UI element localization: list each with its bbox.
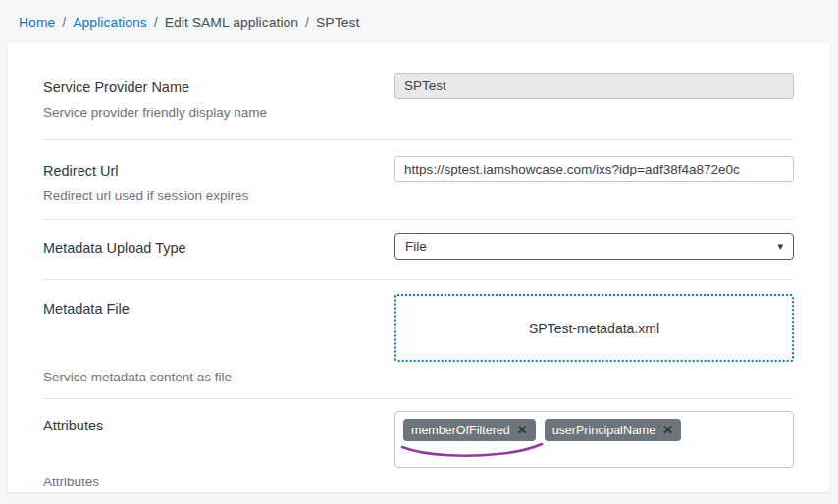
redirect-url-label: Redirect Url bbox=[43, 163, 394, 178]
service-provider-name-label: Service Provider Name bbox=[43, 79, 394, 95]
chevron-down-icon: ▾ bbox=[777, 240, 783, 253]
breadcrumb-item-edit-saml-application: Edit SAML application bbox=[165, 15, 298, 30]
redirect-url-help: Redirect url used if session expires bbox=[43, 188, 394, 203]
annotation-underline-purple bbox=[397, 442, 547, 460]
field-row-attributes: Attributes Attributes memberOfFiltered ✕… bbox=[43, 399, 794, 492]
metadata-upload-type-label: Metadata Upload Type bbox=[43, 240, 394, 256]
metadata-file-name: SPTest-metadata.xml bbox=[529, 321, 659, 336]
attributes-label: Attributes bbox=[43, 418, 394, 433]
attributes-input[interactable]: memberOfFiltered ✕ userPrincipalName ✕ bbox=[394, 411, 794, 468]
breadcrumb-separator: / bbox=[305, 15, 309, 30]
metadata-upload-type-select[interactable]: File ▾ bbox=[394, 233, 794, 260]
metadata-upload-type-value: File bbox=[405, 239, 427, 254]
edit-saml-application-form: Service Provider Name Service provider f… bbox=[8, 43, 830, 492]
service-provider-name-help: Service provider friendly display name bbox=[43, 105, 394, 120]
breadcrumb: Home / Applications / Edit SAML applicat… bbox=[0, 0, 838, 43]
attributes-help: Attributes bbox=[43, 475, 394, 489]
attribute-chip-memberoffiltered: memberOfFiltered ✕ bbox=[403, 419, 536, 441]
breadcrumb-separator: / bbox=[154, 15, 158, 30]
breadcrumb-link-home[interactable]: Home bbox=[19, 15, 55, 30]
attribute-chip-userprincipalname: userPrincipalName ✕ bbox=[545, 419, 682, 441]
service-provider-name-input[interactable] bbox=[394, 73, 794, 99]
field-row-metadata-file: Metadata File Service metadata content a… bbox=[43, 280, 794, 399]
field-row-redirect-url: Redirect Url Redirect url used if sessio… bbox=[43, 140, 794, 220]
remove-attribute-icon[interactable]: ✕ bbox=[517, 424, 528, 436]
metadata-file-help: Service metadata content as file bbox=[43, 370, 394, 384]
attribute-chip-label: userPrincipalName bbox=[552, 424, 656, 437]
breadcrumb-link-applications[interactable]: Applications bbox=[73, 15, 147, 30]
redirect-url-input[interactable] bbox=[394, 156, 794, 182]
attribute-chip-label: memberOfFiltered bbox=[411, 424, 510, 437]
metadata-file-label: Metadata File bbox=[43, 301, 394, 317]
field-row-metadata-upload-type: Metadata Upload Type File ▾ bbox=[43, 220, 794, 280]
breadcrumb-separator: / bbox=[62, 15, 66, 30]
remove-attribute-icon[interactable]: ✕ bbox=[662, 424, 673, 436]
field-row-service-provider-name: Service Provider Name Service provider f… bbox=[43, 43, 794, 140]
breadcrumb-item-sptest: SPTest bbox=[316, 15, 359, 30]
metadata-file-dropzone[interactable]: SPTest-metadata.xml bbox=[394, 294, 794, 362]
